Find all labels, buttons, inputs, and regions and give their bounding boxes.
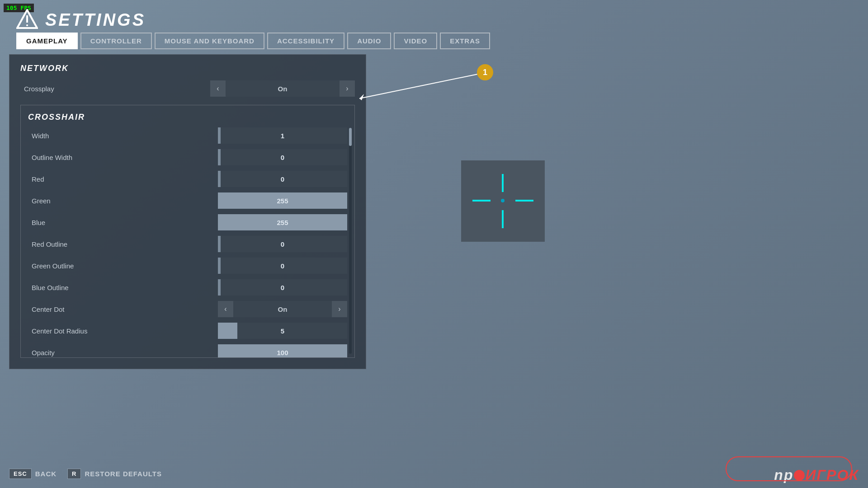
annotation-bubble: 1 — [477, 64, 493, 80]
esc-key: ESC — [9, 469, 32, 479]
blue-outline-control[interactable]: 0 — [218, 279, 347, 296]
green-value: 255 — [218, 197, 347, 205]
crosshair-preview — [461, 160, 545, 242]
green-outline-row: Green Outline 0 — [28, 256, 347, 276]
r-key: R — [67, 469, 81, 479]
opacity-row: Opacity 100 — [28, 343, 347, 358]
blue-value: 255 — [218, 219, 347, 226]
bottom-bar: ESC BACK R RESTORE DEFAULTS — [9, 469, 162, 479]
red-row: Red 0 — [28, 169, 347, 189]
outline-width-label: Outline Width — [28, 154, 218, 161]
crosshair-preview-svg — [461, 160, 545, 242]
tab-audio[interactable]: AUDIO — [347, 33, 391, 49]
red-control[interactable]: 0 — [218, 171, 347, 187]
center-dot-radius-control[interactable]: 5 — [218, 323, 347, 339]
svg-rect-5 — [502, 174, 504, 192]
crosshair-section-title: CROSSHAIR — [28, 113, 347, 122]
svg-point-9 — [501, 199, 505, 202]
blue-row: Blue 255 — [28, 212, 347, 232]
restore-defaults-button[interactable]: R RESTORE DEFAULTS — [67, 469, 162, 479]
network-section-title: NETWORK — [20, 64, 355, 73]
center-dot-radius-value: 5 — [218, 327, 347, 335]
blue-outline-row: Blue Outline 0 — [28, 277, 347, 297]
back-button[interactable]: ESC BACK — [9, 469, 57, 479]
tab-extras[interactable]: EXTRAS — [440, 33, 490, 49]
outline-width-control[interactable]: 0 — [218, 149, 347, 165]
blue-control[interactable]: 255 — [218, 214, 347, 230]
center-dot-radius-row: Center Dot Radius 5 — [28, 321, 347, 341]
crossplay-next-btn[interactable]: › — [340, 80, 355, 97]
scrollbar-thumb[interactable] — [349, 128, 352, 146]
svg-rect-8 — [515, 200, 533, 202]
blue-outline-value: 0 — [218, 284, 347, 291]
watermark-icon — [794, 470, 805, 481]
green-outline-control[interactable]: 0 — [218, 258, 347, 274]
center-dot-control[interactable]: ‹ On › — [218, 301, 347, 317]
svg-point-2 — [26, 24, 28, 26]
green-outline-label: Green Outline — [28, 262, 218, 270]
tab-video[interactable]: VIDEO — [394, 33, 437, 49]
tab-controller[interactable]: CONTROLLER — [80, 33, 152, 49]
restore-label: RESTORE DEFAULTS — [85, 470, 161, 478]
outline-width-value: 0 — [218, 154, 347, 161]
center-dot-prev-btn[interactable]: ‹ — [218, 301, 233, 317]
outline-width-row: Outline Width 0 — [28, 147, 347, 167]
red-outline-label: Red Outline — [28, 240, 218, 248]
logo-icon — [16, 9, 38, 31]
center-dot-row: Center Dot ‹ On › — [28, 299, 347, 319]
width-control[interactable]: 1 — [218, 127, 347, 144]
red-outline-value: 0 — [218, 240, 347, 248]
blue-outline-label: Blue Outline — [28, 284, 218, 291]
page-title: SETTINGS — [45, 10, 146, 30]
center-dot-next-btn[interactable]: › — [332, 301, 347, 317]
center-dot-radius-label: Center Dot Radius — [28, 327, 218, 335]
green-row: Green 255 — [28, 191, 347, 211]
green-label: Green — [28, 197, 218, 205]
red-outline-control[interactable]: 0 — [218, 236, 347, 252]
tab-bar: GAMEPLAY CONTROLLER MOUSE AND KEYBOARD A… — [16, 33, 490, 49]
opacity-label: Opacity — [28, 349, 218, 357]
red-outline-row: Red Outline 0 — [28, 234, 347, 254]
tab-gameplay[interactable]: GAMEPLAY — [16, 33, 78, 49]
svg-rect-7 — [472, 200, 491, 202]
back-label: BACK — [35, 470, 57, 478]
center-dot-label: Center Dot — [28, 305, 218, 313]
crossplay-control[interactable]: ‹ On › — [210, 80, 355, 97]
green-control[interactable]: 255 — [218, 192, 347, 209]
crossplay-row: Crossplay ‹ On › — [20, 79, 355, 99]
svg-rect-6 — [502, 210, 504, 228]
width-label: Width — [28, 132, 218, 140]
main-panel: NETWORK Crossplay ‹ On › CROSSHAIR Width… — [9, 54, 366, 369]
width-value: 1 — [218, 132, 347, 140]
crossplay-label: Crossplay — [20, 85, 210, 93]
watermark: прИГРОК — [774, 467, 859, 483]
green-outline-value: 0 — [218, 262, 347, 270]
red-label: Red — [28, 175, 218, 183]
crosshair-width-row: Width 1 — [28, 126, 347, 145]
header: SETTINGS — [16, 9, 146, 31]
opacity-control[interactable]: 100 — [218, 344, 347, 358]
blue-label: Blue — [28, 219, 218, 226]
opacity-value: 100 — [218, 349, 347, 357]
crossplay-prev-btn[interactable]: ‹ — [210, 80, 226, 97]
crossplay-value: On — [226, 85, 340, 93]
red-value: 0 — [218, 175, 347, 183]
center-dot-value: On — [233, 305, 332, 313]
scrollbar-track[interactable] — [349, 128, 352, 354]
tab-mouse-keyboard[interactable]: MOUSE AND KEYBOARD — [155, 33, 264, 49]
crosshair-section: CROSSHAIR Width 1 Outline Width 0 Red 0 — [20, 105, 355, 358]
tab-accessibility[interactable]: ACCESSIBILITY — [267, 33, 344, 49]
watermark-brand: прИГРОК — [774, 467, 859, 483]
